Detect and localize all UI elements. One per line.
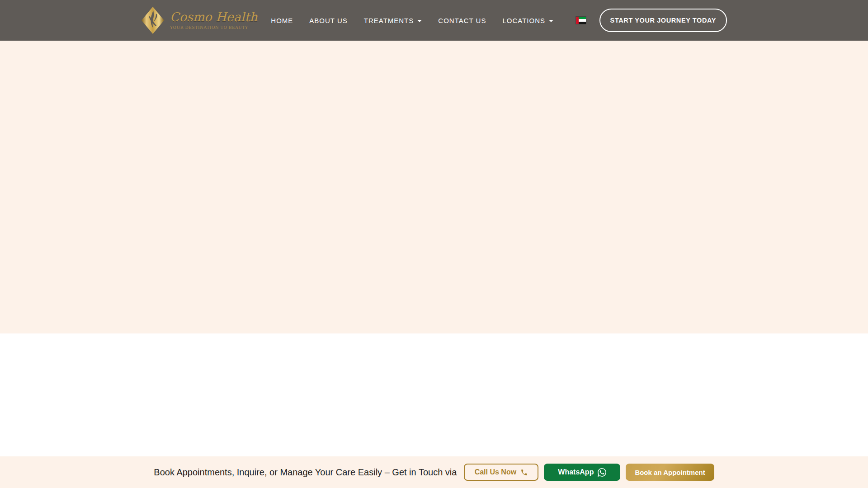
contact-bar: Book Appointments, Inquire, or Manage Yo… bbox=[0, 456, 868, 488]
uae-flag-icon[interactable] bbox=[576, 17, 586, 24]
nav-about-label: ABOUT US bbox=[309, 17, 347, 24]
site-header: Cosmo Health YOUR DESTINATION TO BEAUTY … bbox=[0, 0, 868, 41]
uae-flag-bands bbox=[579, 17, 586, 24]
book-appointment-button[interactable]: Book an Appointment bbox=[626, 464, 714, 481]
phone-icon bbox=[520, 469, 528, 476]
call-button-label: Call Us Now bbox=[475, 468, 516, 476]
start-journey-button[interactable]: START YOUR JOURNEY TODAY bbox=[599, 9, 727, 32]
nav-item-home[interactable]: HOME bbox=[271, 17, 293, 24]
whatsapp-button-label: WhatsApp bbox=[558, 468, 594, 476]
nav-item-about-us[interactable]: ABOUT US bbox=[309, 17, 347, 24]
nav-item-treatments[interactable]: TREATMENTS bbox=[364, 17, 422, 24]
nav-treatments-label: TREATMENTS bbox=[364, 17, 414, 24]
brand-name: Cosmo Health bbox=[170, 11, 258, 23]
call-us-now-button[interactable]: Call Us Now bbox=[464, 464, 538, 481]
chevron-down-icon bbox=[417, 20, 422, 22]
nav-item-locations[interactable]: LOCATIONS bbox=[502, 17, 553, 24]
brand-tagline: YOUR DESTINATION TO BEAUTY bbox=[170, 25, 258, 30]
whatsapp-icon bbox=[598, 468, 606, 477]
gold-diamond-flower-logo-icon bbox=[141, 6, 165, 34]
main-nav: HOME ABOUT US TREATMENTS CONTACT US LOCA… bbox=[271, 17, 586, 24]
hero-section bbox=[0, 41, 868, 333]
nav-item-contact-us[interactable]: CONTACT US bbox=[438, 17, 486, 24]
contact-bar-message: Book Appointments, Inquire, or Manage Yo… bbox=[154, 467, 457, 478]
content-section bbox=[0, 333, 868, 456]
nav-locations-label: LOCATIONS bbox=[502, 17, 545, 24]
nav-contact-label: CONTACT US bbox=[438, 17, 486, 24]
brand-logo[interactable]: Cosmo Health YOUR DESTINATION TO BEAUTY bbox=[141, 6, 258, 34]
brand-text: Cosmo Health YOUR DESTINATION TO BEAUTY bbox=[170, 11, 258, 30]
nav-home-label: HOME bbox=[271, 17, 293, 24]
chevron-down-icon bbox=[549, 20, 553, 22]
header-container: Cosmo Health YOUR DESTINATION TO BEAUTY … bbox=[141, 6, 727, 34]
uae-flag-black-band bbox=[579, 22, 586, 24]
whatsapp-button[interactable]: WhatsApp bbox=[544, 464, 620, 481]
